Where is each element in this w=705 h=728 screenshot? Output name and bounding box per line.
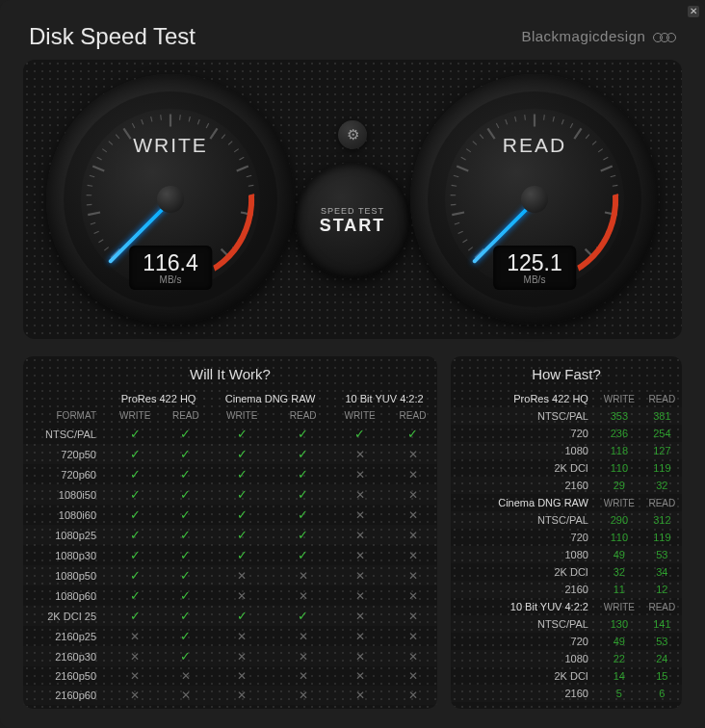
read-fps: 127 [642,442,682,459]
check-icon: ✓ [162,646,209,666]
check-icon: ✓ [108,424,162,444]
read-fps: 34 [642,563,682,581]
write-fps: 5 [596,685,642,702]
cross-icon: ✕ [209,565,274,585]
check-icon: ✓ [162,565,209,585]
read-fps: 119 [642,459,682,477]
table-row: 2K DCI 110 119 [451,459,682,477]
cross-icon: ✕ [108,626,162,646]
gear-icon[interactable]: ⚙ [338,120,367,149]
format-label: 720p60 [23,464,108,484]
check-icon: ✓ [162,626,209,646]
codec-label: 10 Bit YUV 4:2:2 [451,598,596,615]
check-icon: ✓ [108,464,162,484]
cross-icon: ✕ [331,505,388,525]
check-icon: ✓ [209,525,274,545]
read-fps: 141 [642,615,682,633]
read-fps: 381 [642,407,682,425]
cross-icon: ✕ [331,484,388,505]
check-icon: ✓ [209,606,274,626]
write-header: WRITE [596,598,642,615]
format-label: NTSC/PAL [451,615,596,633]
check-icon: ✓ [162,505,209,525]
cross-icon: ✕ [388,626,437,646]
cross-icon: ✕ [274,686,331,705]
check-icon: ✓ [331,424,388,444]
format-label: 2160p30 [23,646,108,666]
cross-icon: ✕ [331,606,388,626]
check-icon: ✓ [274,444,331,464]
write-fps: 29 [596,477,642,494]
how-fast-title: How Fast? [451,366,682,382]
read-label: READ [410,134,659,157]
cross-icon: ✕ [209,686,274,705]
check-icon: ✓ [162,545,209,565]
cross-icon: ✕ [388,585,437,606]
check-icon: ✓ [108,505,162,525]
read-fps: 119 [642,529,682,546]
format-label: 1080p50 [23,565,108,585]
read-fps: 15 [642,667,682,685]
cross-icon: ✕ [331,545,388,565]
will-it-work-title: Will It Work? [23,366,437,382]
read-header: READ [642,390,682,407]
check-icon: ✓ [388,424,437,444]
will-it-work-panel: Will It Work? ProRes 422 HQ Cinema DNG R… [23,356,437,709]
format-label: 2160 [451,477,596,494]
check-icon: ✓ [274,484,331,505]
table-row: 1080 49 53 [451,546,682,563]
check-icon: ✓ [274,464,331,484]
read-fps: 24 [642,650,682,667]
cross-icon: ✕ [388,444,437,464]
table-row: 1080p60✓✓✕✕✕✕ [23,585,437,606]
format-label: NTSC/PAL [451,407,596,425]
read-value: 125.1 [507,250,562,276]
cross-icon: ✕ [162,686,209,705]
check-icon: ✓ [209,505,274,525]
close-icon[interactable]: ✕ [688,6,699,17]
table-row: 1080p30✓✓✓✓✕✕ [23,545,437,565]
header: Disk Speed Test Blackmagicdesign [0,0,705,60]
format-label: 2160p25 [23,626,108,646]
check-icon: ✓ [274,424,331,444]
check-icon: ✓ [209,464,274,484]
table-row: 2K DCI 25✓✓✓✓✕✕ [23,606,437,626]
check-icon: ✓ [108,606,162,626]
table-row: 2160 29 32 [451,477,682,494]
table-row: NTSC/PAL 290 312 [451,511,682,529]
format-label: 1080i60 [23,505,108,525]
start-button[interactable]: SPEED TEST START [295,163,410,278]
brand-logo-icon [656,29,676,45]
write-fps: 110 [596,459,642,477]
write-fps: 11 [596,581,642,598]
app-title: Disk Speed Test [29,23,196,50]
format-label: 2K DCI 25 [23,606,108,626]
format-label: 1080i50 [23,484,108,505]
cross-icon: ✕ [274,585,331,606]
table-row: NTSC/PAL 130 141 [451,615,682,633]
how-fast-panel: How Fast? ProRes 422 HQ WRITE READNTSC/P… [451,356,682,709]
format-label: 1080p30 [23,545,108,565]
read-header: READ [642,494,682,511]
table-row: 1080i60✓✓✓✓✕✕ [23,505,437,525]
cross-icon: ✕ [331,646,388,666]
table-row: 2160p25✕✓✕✕✕✕ [23,626,437,646]
cross-icon: ✕ [331,626,388,646]
check-icon: ✓ [108,484,162,505]
write-fps: 130 [596,615,642,633]
write-fps: 118 [596,442,642,459]
check-icon: ✓ [209,484,274,505]
start-title: START [320,216,386,236]
will-it-work-table: ProRes 422 HQ Cinema DNG RAW 10 Bit YUV … [23,390,437,705]
write-fps: 110 [596,529,642,546]
format-label: 720p50 [23,444,108,464]
write-gauge: WRITE 116.4 MB/s [46,74,295,325]
codec-label: Cinema DNG RAW [451,494,596,511]
write-fps: 236 [596,425,642,442]
format-label: 1080 [451,650,596,667]
table-row: 1080 22 24 [451,650,682,667]
read-gauge: READ 125.1 MB/s [410,74,659,325]
format-label: 2K DCI [451,667,596,685]
table-row: 2160p50✕✕✕✕✕✕ [23,666,437,686]
table-row: 2160 5 6 [451,685,682,702]
